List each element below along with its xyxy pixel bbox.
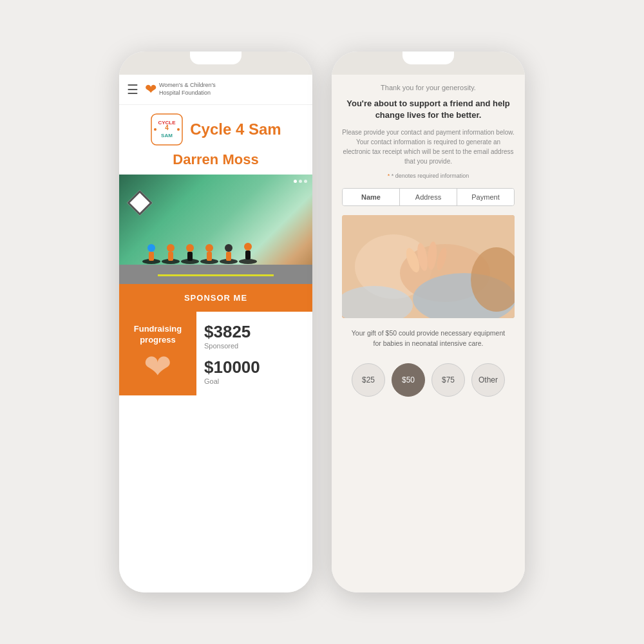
org-name: Women's & Children's Hospital Foundation [159, 82, 216, 97]
svg-point-19 [225, 244, 232, 252]
fundraiser-name: Darren Moss [119, 149, 312, 175]
thank-you-text: Thank you for your generosity. [342, 84, 515, 91]
svg-point-16 [205, 244, 213, 252]
amount-75[interactable]: $75 [431, 363, 465, 397]
goal-label: Goal [204, 377, 305, 385]
steps-nav[interactable]: Name Address Payment [342, 188, 515, 206]
svg-rect-17 [207, 252, 212, 261]
contact-info-text: Please provide your contact and payment … [342, 128, 515, 166]
sponsor-button[interactable]: SPONSOR ME [119, 284, 312, 312]
fundraising-section: Fundraising progress ❤ $3825 Sponsored $… [119, 312, 312, 395]
dot-2 [299, 180, 302, 183]
svg-text:SAM: SAM [161, 133, 173, 138]
sponsored-label: Sponsored [204, 342, 305, 350]
amount-50[interactable]: $50 [392, 363, 425, 397]
left-notch [190, 52, 242, 64]
svg-rect-8 [149, 252, 154, 261]
sponsored-amount: $3825 [204, 322, 305, 342]
svg-rect-23 [245, 251, 251, 260]
baby-image-svg [342, 215, 515, 318]
svg-point-10 [167, 244, 175, 252]
campaign-title: Cycle 4 Sam [190, 120, 281, 138]
amount-other[interactable]: Other [471, 363, 505, 397]
svg-text:4: 4 [166, 124, 169, 131]
amount-25[interactable]: $25 [352, 363, 385, 397]
baby-caption: Your gift of $50 could provide necessary… [342, 325, 515, 353]
step-address[interactable]: Address [400, 189, 457, 205]
dot-1 [294, 180, 297, 183]
svg-rect-11 [168, 252, 173, 261]
svg-point-13 [186, 244, 194, 252]
left-notch-bar [119, 52, 312, 75]
road-sign [127, 190, 153, 216]
right-content: Thank you for your generosity. You're ab… [332, 75, 525, 410]
cyclists-group [119, 232, 312, 271]
cycle-logo-badge: CYCLE 4 SAM [150, 113, 184, 146]
right-phone: Thank you for your generosity. You're ab… [332, 52, 525, 592]
svg-rect-14 [187, 252, 193, 261]
fundraising-orange-panel: Fundraising progress ❤ [119, 312, 196, 395]
fundraising-stats: $3825 Sponsored $10000 Goal [196, 312, 312, 395]
wch-logo: ❤ Women's & Children's Hospital Foundati… [145, 81, 216, 98]
amount-buttons: $25 $50 $75 Other [342, 359, 515, 401]
required-star: * [388, 173, 390, 179]
image-dots [294, 180, 307, 183]
goal-amount: $10000 [204, 357, 305, 377]
left-screen: ☰ ❤ Women's & Children's Hospital Founda… [119, 75, 312, 592]
step-name[interactable]: Name [343, 189, 400, 205]
svg-point-4 [154, 128, 156, 131]
svg-point-22 [244, 243, 252, 251]
hero-image [119, 175, 312, 284]
left-phone: ☰ ❤ Women's & Children's Hospital Founda… [119, 52, 312, 592]
hamburger-icon[interactable]: ☰ [127, 82, 138, 97]
right-notch-bar [332, 52, 525, 75]
heart-progress-icon: ❤ [144, 350, 172, 383]
right-notch [402, 52, 454, 64]
dot-3 [304, 180, 307, 183]
cyclists-svg [132, 232, 299, 271]
support-heading: You're about to support a friend and hel… [342, 98, 515, 121]
required-note: * * denotes required information [342, 173, 515, 179]
svg-point-5 [177, 128, 180, 131]
scene: ☰ ❤ Women's & Children's Hospital Founda… [0, 0, 644, 644]
road-line [158, 274, 274, 276]
campaign-logo-area: CYCLE 4 SAM Cycle 4 Sam [119, 105, 312, 149]
svg-point-21 [239, 259, 257, 264]
left-header: ☰ ❤ Women's & Children's Hospital Founda… [119, 75, 312, 105]
svg-point-7 [147, 244, 155, 252]
svg-rect-20 [226, 252, 231, 261]
fundraising-label: Fundraising progress [134, 324, 182, 346]
step-payment[interactable]: Payment [457, 189, 514, 205]
baby-image [342, 215, 515, 318]
goal-stat: $10000 Goal [204, 357, 305, 385]
right-screen: Thank you for your generosity. You're ab… [332, 75, 525, 592]
sponsored-stat: $3825 Sponsored [204, 322, 305, 350]
heart-logo-icon: ❤ [145, 81, 156, 98]
